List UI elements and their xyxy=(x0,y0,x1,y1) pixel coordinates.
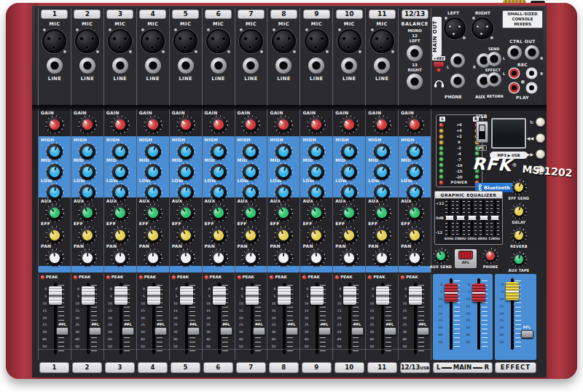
pan-knob-ch8[interactable] xyxy=(274,248,293,267)
mid-knob-ch8[interactable] xyxy=(274,162,293,181)
delay-knob[interactable] xyxy=(511,203,527,219)
phantom-power-switch[interactable] xyxy=(433,61,445,68)
main-left-fader[interactable] xyxy=(443,277,459,351)
pan-knob-ch11[interactable] xyxy=(372,248,391,267)
repeat-button[interactable] xyxy=(536,117,545,127)
channel-1-fader-cap[interactable] xyxy=(49,286,62,305)
eq-band-4khz-slider[interactable] xyxy=(480,216,488,220)
gain-knob-ch5[interactable] xyxy=(176,115,195,134)
aux-knob-ch12-13[interactable] xyxy=(405,203,424,222)
channel-9-fader[interactable] xyxy=(309,281,325,356)
channel-8-fader-cap[interactable] xyxy=(278,286,291,305)
eff-knob-ch11[interactable] xyxy=(372,226,391,245)
high-knob-ch6[interactable] xyxy=(209,142,228,161)
pan-knob-ch5[interactable] xyxy=(176,248,195,267)
channel-4-fader-cap[interactable] xyxy=(147,286,160,305)
eff-knob-ch12-13[interactable] xyxy=(405,226,424,245)
high-knob-ch8[interactable] xyxy=(274,142,293,161)
pan-knob-ch1[interactable] xyxy=(45,248,64,267)
gain-knob-ch4[interactable] xyxy=(144,115,163,134)
mid-knob-ch4[interactable] xyxy=(144,162,163,181)
mid-knob-ch10[interactable] xyxy=(340,162,359,181)
channel-11-fader-cap[interactable] xyxy=(376,286,389,305)
channel-5-pfl-button[interactable] xyxy=(187,327,200,335)
main-right-fader[interactable] xyxy=(471,277,487,351)
mid-knob-ch3[interactable] xyxy=(111,162,130,181)
eff-knob-ch5[interactable] xyxy=(176,226,195,245)
channel-6-pfl-button[interactable] xyxy=(220,327,232,335)
aux-knob-ch5[interactable] xyxy=(176,203,195,222)
channel-9-fader-cap[interactable] xyxy=(310,286,324,305)
channel-11-fader[interactable] xyxy=(375,281,391,356)
channel-1-pfl-button[interactable] xyxy=(56,327,69,335)
channel-10-pfl-button[interactable] xyxy=(351,327,364,335)
pan-knob-ch7[interactable] xyxy=(241,248,260,267)
eq-band-250hz-slider[interactable] xyxy=(457,216,464,220)
low-knob-ch3[interactable] xyxy=(111,183,130,202)
gain-knob-ch6[interactable] xyxy=(209,115,228,134)
high-knob-ch3[interactable] xyxy=(111,142,130,161)
pan-knob-ch10[interactable] xyxy=(340,248,359,267)
main-right-fader-cap[interactable] xyxy=(472,283,485,302)
channel-2-fader-cap[interactable] xyxy=(82,286,95,305)
high-knob-ch12-13[interactable] xyxy=(405,142,424,161)
aux-knob-ch6[interactable] xyxy=(209,203,228,222)
gain-knob-ch11[interactable] xyxy=(372,115,391,134)
channel-11-pfl-button[interactable] xyxy=(384,327,396,335)
low-knob-ch1[interactable] xyxy=(45,183,64,202)
pan-knob-ch4[interactable] xyxy=(144,248,163,267)
eff-knob-ch10[interactable] xyxy=(340,226,359,245)
channel-10-fader[interactable] xyxy=(342,281,358,356)
channel-1-fader[interactable] xyxy=(47,281,63,356)
channel-5-fader-cap[interactable] xyxy=(180,286,193,305)
gain-knob-ch7[interactable] xyxy=(241,115,260,134)
aux-tape-knob[interactable] xyxy=(511,251,527,267)
channel-5-fader[interactable] xyxy=(179,281,195,356)
channel-7-pfl-button[interactable] xyxy=(253,327,265,335)
channel-12/13-pfl-button[interactable] xyxy=(417,327,429,335)
low-knob-ch5[interactable] xyxy=(176,183,195,202)
mid-knob-ch1[interactable] xyxy=(45,162,64,181)
gain-knob-ch12-13[interactable] xyxy=(405,115,424,134)
eff-knob-ch9[interactable] xyxy=(307,226,326,245)
channel-7-fader[interactable] xyxy=(244,281,260,356)
low-knob-ch7[interactable] xyxy=(241,183,260,202)
high-knob-ch5[interactable] xyxy=(176,142,195,161)
low-knob-ch8[interactable] xyxy=(274,183,293,202)
channel-2-pfl-button[interactable] xyxy=(89,327,101,335)
eq-band-63hz-slider[interactable] xyxy=(446,216,453,220)
pan-knob-ch2[interactable] xyxy=(78,248,97,267)
gain-knob-ch9[interactable] xyxy=(307,115,326,134)
reverb-knob[interactable] xyxy=(511,227,527,243)
pan-knob-ch6[interactable] xyxy=(209,248,228,267)
main-left-fader-cap[interactable] xyxy=(445,283,458,302)
eff-knob-ch6[interactable] xyxy=(209,226,228,245)
channel-3-pfl-button[interactable] xyxy=(122,327,134,335)
gain-knob-ch2[interactable] xyxy=(78,115,97,134)
eff-knob-ch1[interactable] xyxy=(45,226,64,245)
mid-knob-ch5[interactable] xyxy=(176,162,195,181)
high-knob-ch2[interactable] xyxy=(78,142,97,161)
aux-knob-ch4[interactable] xyxy=(144,203,163,222)
aux-knob-ch3[interactable] xyxy=(111,203,130,222)
channel-6-fader-cap[interactable] xyxy=(213,286,226,305)
effect-fader[interactable] xyxy=(504,277,520,351)
eff-send-knob[interactable] xyxy=(511,179,527,195)
aux-send-knob[interactable] xyxy=(433,248,449,264)
high-knob-ch9[interactable] xyxy=(307,142,326,161)
gain-knob-ch3[interactable] xyxy=(111,115,130,134)
channel-4-fader[interactable] xyxy=(146,281,162,356)
gain-knob-ch1[interactable] xyxy=(45,115,64,134)
eff-knob-ch7[interactable] xyxy=(241,226,260,245)
mid-knob-ch2[interactable] xyxy=(78,162,97,181)
afl-button[interactable] xyxy=(458,251,473,259)
channel-7-fader-cap[interactable] xyxy=(246,286,259,305)
eq-band-12khz-slider[interactable] xyxy=(491,216,498,220)
eff-knob-ch3[interactable] xyxy=(111,226,130,245)
channel-8-pfl-button[interactable] xyxy=(286,327,298,335)
low-knob-ch11[interactable] xyxy=(372,183,391,202)
high-knob-ch7[interactable] xyxy=(241,142,260,161)
aux-knob-ch7[interactable] xyxy=(241,203,260,222)
low-knob-ch4[interactable] xyxy=(144,183,163,202)
low-knob-ch12-13[interactable] xyxy=(405,183,424,202)
